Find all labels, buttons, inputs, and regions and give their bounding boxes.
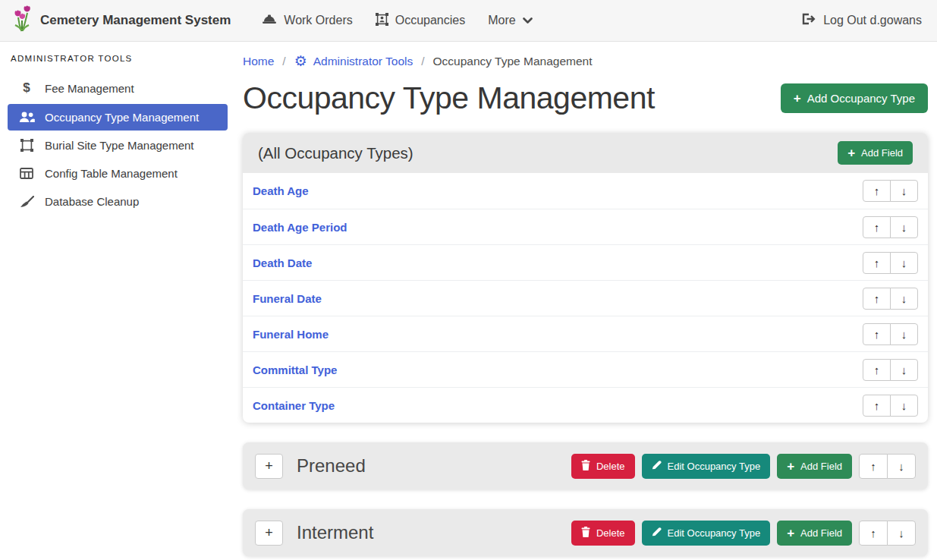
nav-work-orders[interactable]: Work Orders [250,6,363,36]
hard-hat-icon [262,14,277,28]
move-down-button[interactable]: ↓ [890,252,918,274]
reorder-buttons: ↑ ↓ [859,454,916,479]
add-field-button[interactable]: + Add Field [777,521,852,546]
add-field-button[interactable]: + Add Field [777,454,852,479]
nav-occupancies[interactable]: Occupancies [364,5,477,36]
card-title: (All Occupancy Types) [258,144,413,162]
move-up-button[interactable]: ↑ [863,252,891,274]
section-actions: Delete Edit Occupancy Type + Add Field ↑ [571,454,916,479]
breadcrumb: Home / ⚙ Administrator Tools / Occupancy… [243,51,928,68]
move-up-button[interactable]: ↑ [863,359,891,381]
move-down-button[interactable]: ↓ [890,395,918,417]
breadcrumb-current: Occupancy Type Management [433,55,593,68]
sidebar-item-label: Config Table Management [45,167,178,180]
field-link-container-type[interactable]: Container Type [253,399,335,412]
nav-label: Occupancies [395,14,466,27]
move-up-button[interactable]: ↑ [863,323,891,345]
gear-icon: ⚙ [294,54,307,68]
field-row: Funeral Date ↑ ↓ [243,280,928,316]
brand[interactable]: Cemetery Management System [12,5,231,36]
plus-icon: + [794,92,801,105]
move-up-button[interactable]: ↑ [863,216,891,238]
move-up-button[interactable]: ↑ [863,180,891,202]
plot-frame-icon [376,13,388,29]
button-label: Edit Occupancy Type [668,527,761,539]
sidebar-item-fee-management[interactable]: $ Fee Management [8,74,228,102]
reorder-buttons: ↑ ↓ [863,395,918,417]
move-up-button[interactable]: ↑ [859,454,888,479]
reorder-buttons: ↑ ↓ [863,359,918,381]
move-down-button[interactable]: ↓ [890,180,918,202]
section-actions: Delete Edit Occupancy Type + Add Field ↑ [571,521,916,546]
sidebar-item-burial-site-type-management[interactable]: Burial Site Type Management [8,132,228,159]
broom-icon [17,196,36,208]
trash-icon [581,460,590,473]
sidebar-item-database-cleanup[interactable]: Database Cleanup [8,188,228,215]
delete-button[interactable]: Delete [571,521,635,546]
button-label: Delete [596,527,625,539]
breadcrumb-admin-tools-link[interactable]: ⚙ Administrator Tools [294,54,413,68]
nav-more[interactable]: More [476,6,543,35]
top-navbar: Cemetery Management System Work Orders [0,0,937,42]
edit-occupancy-type-button[interactable]: Edit Occupancy Type [642,454,771,479]
add-occupancy-type-button[interactable]: + Add Occupancy Type [781,83,928,113]
add-field-button[interactable]: + Add Field [838,141,913,165]
expand-button[interactable]: + [255,454,283,479]
logout-icon [802,13,816,28]
breadcrumb-separator: / [282,55,285,68]
breadcrumb-home-link[interactable]: Home [243,55,274,68]
field-row: Funeral Home ↑ ↓ [243,316,928,351]
field-link-funeral-home[interactable]: Funeral Home [253,328,329,341]
occupancy-type-section-interment: + Interment Delete [243,509,928,556]
sidebar-item-label: Fee Management [45,82,134,95]
chevron-down-icon [523,14,533,27]
reorder-buttons: ↑ ↓ [859,521,916,546]
move-down-button[interactable]: ↓ [890,323,918,345]
move-down-button[interactable]: ↓ [890,216,918,238]
sidebar-item-label: Database Cleanup [45,195,139,208]
reorder-buttons: ↑ ↓ [863,180,918,202]
trash-icon [581,527,590,540]
dollar-icon: $ [17,80,36,96]
move-up-button[interactable]: ↑ [863,395,891,417]
main-nav: Work Orders Occupancies More [250,5,543,36]
sidebar-item-config-table-management[interactable]: Config Table Management [8,160,228,187]
delete-button[interactable]: Delete [571,454,635,479]
all-occupancy-types-header: (All Occupancy Types) + Add Field [243,133,928,173]
field-link-committal-type[interactable]: Committal Type [253,363,337,376]
field-row: Death Date ↑ ↓ [243,244,928,280]
field-link-death-date[interactable]: Death Date [253,256,312,269]
users-icon [17,112,36,123]
button-label: Add Field [800,527,842,539]
sidebar-item-label: Occupancy Type Management [45,111,199,124]
field-link-funeral-date[interactable]: Funeral Date [253,292,322,305]
table-icon [17,168,36,179]
field-row: Container Type ↑ ↓ [243,387,928,423]
occupancy-type-section-preneed: + Preneed Delete [243,442,928,489]
move-down-button[interactable]: ↓ [887,454,916,479]
sidebar-section-title: ADMINISTRATOR TOOLS [0,46,235,72]
move-up-button[interactable]: ↑ [863,288,891,310]
sidebar-item-occupancy-type-management[interactable]: Occupancy Type Management [8,104,228,131]
edit-occupancy-type-button[interactable]: Edit Occupancy Type [642,521,771,546]
main-content: Home / ⚙ Administrator Tools / Occupancy… [235,42,937,560]
move-up-button[interactable]: ↑ [859,521,888,546]
button-label: Delete [596,461,625,472]
plot-frame-icon [17,139,36,152]
logout-button[interactable]: Log Out d.gowans [799,5,925,36]
move-down-button[interactable]: ↓ [887,521,916,546]
move-down-button[interactable]: ↓ [890,359,918,381]
move-down-button[interactable]: ↓ [890,288,918,310]
breadcrumb-label: Administrator Tools [313,55,413,68]
page-title: Occupancy Type Management [243,80,655,116]
section-title: Interment [297,522,373,543]
logout-label: Log Out d.gowans [823,14,922,27]
nav-label: More [488,14,515,27]
field-row: Death Age Period ↑ ↓ [243,209,928,244]
plus-icon: + [787,460,794,473]
field-link-death-age-period[interactable]: Death Age Period [253,221,347,234]
section-title: Preneed [297,455,366,477]
field-link-death-age[interactable]: Death Age [253,184,309,197]
expand-button[interactable]: + [255,521,283,546]
button-label: Add Occupancy Type [807,92,915,105]
